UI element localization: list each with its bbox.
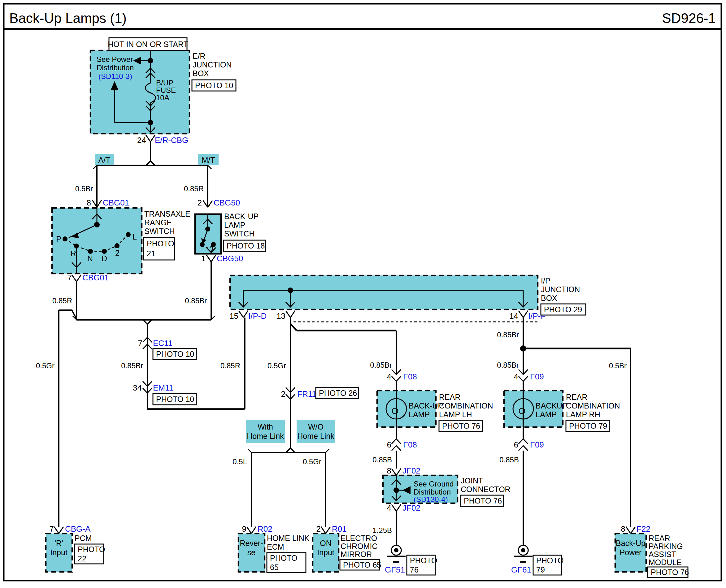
jc-photo-label: PHOTO 76: [464, 497, 502, 505]
pcm-wire-gauge: 0.5Gr: [36, 361, 55, 370]
connector-fork-icon: [146, 135, 155, 142]
em11-pin: 34: [133, 383, 142, 393]
fuse-label2: FUSE: [156, 86, 176, 94]
ec11-wire-gauge: 0.85Br: [121, 361, 143, 370]
see-power-ref: (SD110-3): [99, 72, 132, 81]
pos-2: 2: [115, 249, 120, 257]
mt-wire-gauge: 0.85R: [184, 185, 204, 193]
pos-p: P: [56, 235, 61, 243]
hl-left-wire-gauge: 0.5L: [232, 457, 247, 466]
rh-name3: LAMP RH: [566, 410, 600, 419]
r02-box-line1: Rever-: [240, 539, 263, 547]
with-homelink-line2: Home Link: [247, 432, 284, 440]
r01-pin: 2: [316, 524, 321, 533]
bls-pin-in: 2: [198, 198, 202, 207]
connector-fork-icon: [207, 255, 216, 262]
lh-name1: REAR: [439, 393, 460, 401]
chevron-up-icon: [519, 446, 528, 450]
wo-homelink-line2: Home Link: [297, 432, 334, 440]
trs-photo1: PHOTO: [147, 239, 174, 248]
ec11-pin: 7: [138, 339, 142, 348]
rpa-name2: PARKING: [649, 542, 683, 550]
gf51-photo1: PHOTO: [410, 556, 437, 565]
connector-fork-icon: [286, 311, 295, 317]
bls-name3: SWITCH: [224, 229, 255, 238]
ec11-em11-column: 7 EC11 PHOTO 10 0.85Br 34 EM11 PHOTO 10 …: [121, 317, 245, 409]
rh-feed2-gauge: 0.85Br: [497, 361, 519, 369]
rh-photo-label: PHOTO 79: [569, 421, 607, 430]
r02-box-line2: se: [247, 548, 255, 557]
jc-pin4: 4: [387, 503, 391, 512]
connector-fork-icon: [239, 311, 248, 317]
rpa-wire-gauge: 0.5Br: [609, 361, 627, 370]
r02-name1: HOME LINK: [267, 534, 310, 543]
rh-name1: REAR: [566, 393, 587, 401]
rh-conn6: F09: [530, 440, 544, 449]
rpa-name3: ASSIST: [649, 550, 676, 559]
ipd-wire-gauge: 0.85R: [221, 361, 240, 370]
lh-bulb-label2: LAMP: [409, 410, 430, 419]
r02-photo1: PHOTO: [270, 554, 297, 562]
rh-pin6: 6: [514, 440, 518, 449]
pcm-photo2: 22: [78, 554, 86, 563]
fr11-wire-gauge: 0.5Gr: [268, 361, 286, 370]
rpa-name4: MODULE: [649, 558, 682, 567]
trs-conn-out: CBG01: [82, 273, 109, 282]
lh-name2: COMBINATION: [439, 401, 493, 410]
at-wire-gauge: 0.5Br: [75, 185, 93, 193]
mt-label: M/T: [202, 156, 215, 164]
em11-conn: EM11: [153, 383, 173, 393]
r02-photo2: 65: [270, 563, 278, 572]
trs-wire-gauge: 0.85R: [52, 296, 72, 305]
mid-junction: 0.5Gr: [36, 310, 215, 527]
rh-feed-gauge: 0.85Br: [497, 331, 519, 339]
see-power-line1: See Power: [97, 55, 133, 63]
gf61-photo1: PHOTO: [536, 556, 563, 565]
lh-bulb-label1: BACK-UP: [409, 401, 443, 410]
rh-b-gauge: 0.85B: [499, 456, 519, 464]
rpa-photo-label: PHOTO 76: [651, 568, 689, 576]
er-conn: E/R-CBG: [155, 135, 188, 145]
er-junction-box-section: HOT IN ON OR START See Power Distributio…: [90, 38, 236, 145]
jc-wire-gauge: 1.25B: [372, 526, 392, 534]
r01-name1: ELECTRO: [340, 534, 377, 543]
transaxle-range-switch-section: 8 CBG01 P R N D 2 L TRANSAXLE RANGE SWIT…: [52, 198, 190, 320]
rear-combination-lamp-rh: 0.85Br 0.5Br 0.85Br 4 F09 BACKUP LAMP RE…: [497, 317, 631, 575]
pcm-box-line1: 'R': [55, 539, 63, 547]
connector-fork-icon: [247, 527, 256, 533]
ip-name1: I/P: [541, 276, 551, 285]
pcm-pin: 7: [49, 524, 54, 533]
joint-connector-section: 8 JF02 See Ground Distribution (SD130-4)…: [372, 466, 510, 575]
see-power-line2: Distribution: [97, 63, 134, 72]
hot-tag-label: HOT IN ON OR START: [108, 40, 188, 48]
gf51-label: GF51: [385, 565, 405, 574]
connector-fork-icon: [626, 527, 635, 533]
rh-name2: COMBINATION: [566, 401, 620, 410]
fuse-label3: 10A: [156, 93, 169, 102]
ip-conn15: I/P-D: [248, 311, 267, 321]
fr11-photo-label: PHOTO 26: [319, 389, 357, 397]
chevron-down-icon: [519, 376, 528, 381]
rh-bulb-label2: LAMP: [536, 410, 557, 419]
rpa-box-line1: Back-Up: [616, 539, 645, 547]
pcm-photo1: PHOTO: [78, 545, 105, 554]
rpa-name1: REAR: [649, 534, 670, 543]
bls-conn-out: CBG50: [217, 254, 243, 263]
hl-right-wire-gauge: 0.5Gr: [303, 457, 321, 466]
lh-photo-label: PHOTO 76: [442, 421, 480, 430]
ip-junction-box: [230, 275, 538, 310]
ec11-photo-label: PHOTO 10: [156, 350, 194, 358]
connector-fork-icon: [392, 468, 401, 475]
lh-conn6: F08: [403, 440, 417, 449]
r01-electrochromic-mirror: 2 R01 ON Input ELECTRO CHROMIC MIRROR PH…: [313, 524, 381, 572]
ip-junction-box-section: 15 I/P-D 13 14 I/P-F I/P JUNCTION BOX PH…: [229, 275, 586, 322]
jc-conn8: JF02: [402, 466, 420, 475]
page-title: Back-Up Lamps (1): [9, 10, 127, 26]
bls-photo-label: PHOTO 18: [227, 241, 265, 250]
pos-n: N: [87, 254, 93, 263]
ip-pin15: 15: [229, 311, 238, 321]
ip-pin13: 13: [276, 311, 286, 321]
bls-conn-in: CBG50: [214, 198, 240, 207]
rh-conn4: F09: [530, 372, 544, 381]
trs-photo2: 21: [147, 249, 155, 258]
